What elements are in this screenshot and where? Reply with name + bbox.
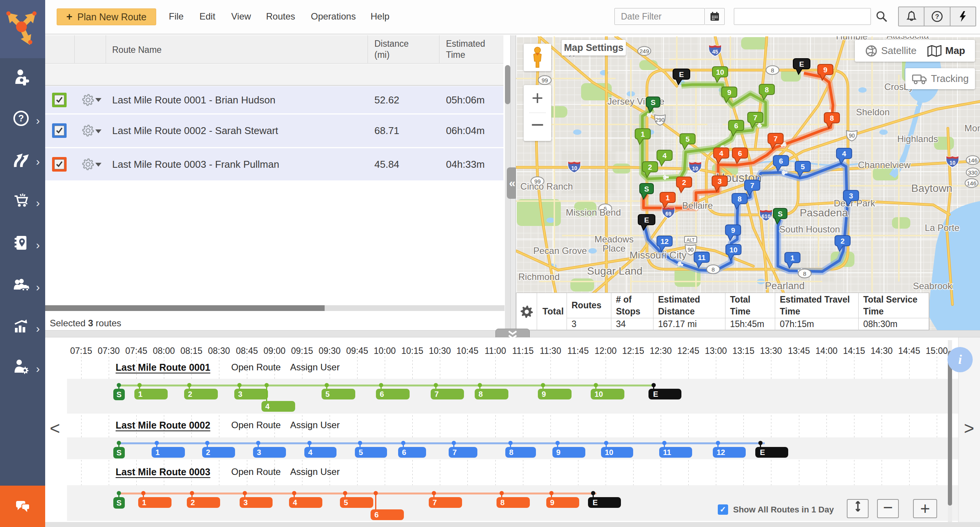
svg-text:5: 5 [801,163,805,171]
svg-text:11: 11 [698,254,706,262]
svg-text:Highlands: Highlands [897,134,938,144]
svg-text:South Houston: South Houston [779,224,840,234]
svg-text:3: 3 [718,177,722,185]
svg-text:7: 7 [750,182,755,190]
svg-text:6: 6 [779,157,783,165]
svg-text:Richmond: Richmond [518,272,560,282]
svg-text:9: 9 [727,88,732,97]
svg-text:2: 2 [682,178,686,187]
svg-text:6: 6 [738,149,742,157]
svg-text:69: 69 [665,211,671,217]
svg-text:146: 146 [968,157,977,164]
svg-text:S: S [651,98,656,106]
svg-text:2: 2 [648,163,652,171]
svg-text:Mission Bend: Mission Bend [566,207,621,218]
svg-text:E: E [679,70,684,79]
svg-text:290: 290 [655,117,665,123]
svg-text:ALT: ALT [686,237,695,243]
svg-text:1: 1 [641,130,645,138]
svg-text:4: 4 [842,150,846,158]
svg-text:9: 9 [823,66,828,74]
svg-text:3: 3 [849,192,853,200]
svg-text:Missouri City: Missouri City [630,249,687,261]
svg-text:Seabrook: Seabrook [913,281,953,291]
svg-text:146: 146 [967,180,976,187]
svg-text:8: 8 [830,114,834,122]
svg-text:Mont: Mont [964,123,980,133]
svg-text:Channelview: Channelview [858,160,911,170]
svg-text:Bellaire: Bellaire [682,200,713,211]
svg-text:Meadows: Meadows [595,234,634,244]
svg-text:8: 8 [771,67,774,74]
svg-text:7: 7 [774,135,778,143]
svg-text:8: 8 [738,195,742,203]
svg-text:9: 9 [731,226,735,234]
svg-text:10: 10 [716,68,724,76]
svg-text:90: 90 [688,247,694,253]
svg-text:8: 8 [712,266,715,273]
svg-text:610: 610 [761,213,771,219]
svg-text:4: 4 [719,149,724,157]
svg-text:S: S [778,210,783,218]
svg-text:E: E [644,216,649,224]
svg-text:La Porte: La Porte [925,223,960,233]
svg-text:10: 10 [949,160,956,166]
svg-text:Cinco Ranch: Cinco Ranch [520,181,573,191]
svg-text:8: 8 [765,86,769,94]
svg-text:7: 7 [753,114,758,122]
svg-text:E: E [799,60,804,68]
svg-text:Sheldon: Sheldon [856,107,890,117]
svg-text:Sugar Land: Sugar Land [587,265,643,277]
svg-text:2: 2 [841,237,845,245]
svg-text:10: 10 [729,246,737,254]
svg-text:Baytown: Baytown [911,182,952,194]
svg-text:6: 6 [734,122,738,130]
svg-text:Pecan Grove: Pecan Grove [533,245,587,256]
svg-text:90: 90 [849,133,855,139]
svg-text:10: 10 [692,165,698,172]
svg-text:S: S [644,185,649,193]
svg-text:Pasadena: Pasadena [800,207,848,219]
svg-text:330: 330 [968,169,977,176]
svg-text:1: 1 [791,254,795,262]
svg-text:4: 4 [663,152,667,160]
svg-text:249: 249 [639,48,649,54]
svg-text:8: 8 [803,270,806,277]
svg-text:?: ? [18,113,24,123]
svg-text:1: 1 [666,194,670,202]
svg-text:Place: Place [603,243,626,254]
svg-text:?: ? [935,13,939,20]
svg-text:99: 99 [542,77,548,83]
svg-text:10: 10 [571,165,577,171]
svg-text:12: 12 [660,237,668,245]
svg-text:5: 5 [686,135,690,143]
svg-text:45: 45 [712,49,718,55]
svg-text:Pearland: Pearland [765,280,805,291]
